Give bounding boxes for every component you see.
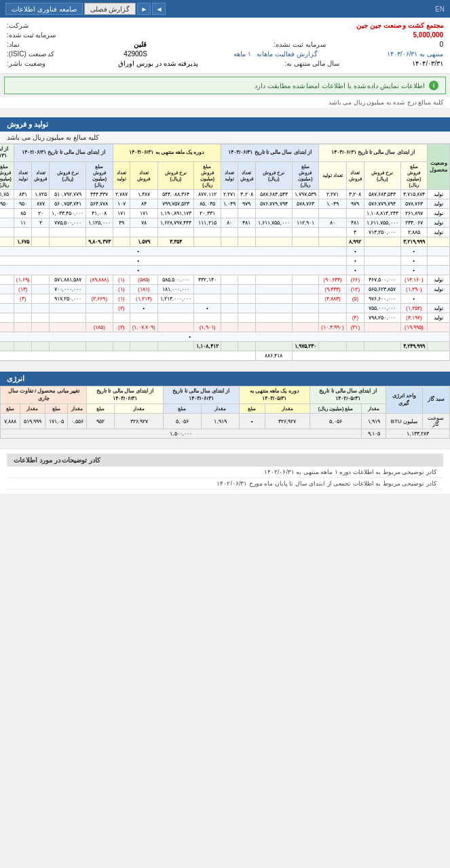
cell	[0, 323, 14, 332]
cell: تولید	[428, 304, 450, 313]
energy-empty: ۱,۵۰۰,۰۰۰	[1, 429, 362, 439]
cell: ۴	[346, 228, 364, 237]
energy-val8: ۹۵۲	[87, 414, 115, 429]
cell	[364, 237, 400, 247]
table-row: تولید ۳,۷۱۵,۸۷۴ ۵۸۷,۶۸۳,۵۴۳ ۳,۲۰۸ ۲,۲۷۱ …	[0, 190, 450, 199]
g4-mablagh: مبلغ فروش (میلیون ریال)	[292, 161, 318, 189]
cell	[194, 285, 221, 294]
cell	[194, 228, 221, 237]
cell: ۵۸۵,۵۰۰,۰۰۰	[157, 275, 194, 285]
energy-mablagh6: مبلغ	[1, 403, 20, 413]
energy-val11: ۵۱۹,۹۹۹	[20, 414, 45, 429]
cell: ۳,۲۱۹,۹۹۹	[400, 237, 427, 247]
cell: تولید	[428, 228, 450, 237]
cell	[238, 313, 255, 323]
cell	[0, 351, 255, 361]
total-row: ۴,۲۴۹,۹۹۹ ۱,۹۷۵,۲۳۰ ۱,۱۰۸,۴۱۲	[0, 342, 450, 351]
cell	[238, 323, 255, 332]
cell	[14, 304, 32, 313]
cell: ۱,۱۹۰,۸۹۱,۱۷۳	[157, 209, 194, 218]
cell: ۱,۰۴۹	[221, 199, 238, 209]
table-row: •	[0, 332, 450, 342]
note-item-2: کادر توضیحی مربوط به اطلاعات تجمعی از اب…	[7, 478, 443, 490]
notes-section: کادر توضیحات در مورد اطلاعات کادر توضیحی…	[0, 450, 450, 494]
cell: ۱,۶۱۱,۷۵۵,۰۰۰	[255, 218, 292, 228]
cell	[32, 313, 50, 323]
note-text: کلیه مبالغ درج شده به میلیون ریال می باش…	[0, 97, 450, 108]
cell: تولید	[428, 190, 450, 199]
cell: (۴)	[14, 294, 32, 304]
energy-val2: ۵,۰۵۶	[310, 414, 362, 429]
registered-label: سرمایه ثبت شده:	[7, 31, 56, 39]
cell	[0, 228, 14, 237]
cell: ۸۳۱	[14, 190, 32, 199]
cell: (۱۰,۴,۹۹۰)	[319, 323, 347, 332]
cell: ۴۱,۰۰۸	[86, 209, 113, 218]
cell: ۴,۲۴۹,۹۹۹	[400, 342, 427, 351]
cell	[50, 313, 86, 323]
cell	[292, 285, 318, 294]
cell	[292, 294, 318, 304]
home-button[interactable]: صامعه فناوری اطلاعات	[5, 3, 83, 15]
cell	[238, 237, 255, 247]
cell: (۱۸۱)	[130, 285, 157, 294]
cell: ۸۴	[130, 199, 157, 209]
cell: ۴۸۱	[238, 218, 255, 228]
cell	[50, 237, 86, 247]
energy-unit-cell: میلیون BTU	[386, 414, 422, 429]
energy-miqdar6: مقدار	[20, 403, 45, 413]
table-row: تولید ۲۶۱,۸۹۷ ۱,۱۰۸,۸۱۳,۲۴۴ ۲۰,۳۳۱ ۱,۱۹۰…	[0, 209, 450, 218]
group2-header: از ابتدای سال مالی تا تاریخ ۱۴۰۲/۰۶/۳۱	[14, 144, 113, 162]
energy-miqdar2: مقدار	[265, 403, 310, 413]
cell	[221, 294, 238, 304]
cell	[113, 228, 130, 237]
energy-table-container: سبد گاز واحد انرژی گیری از ابتدای سال ما…	[0, 386, 450, 439]
cell	[238, 304, 255, 313]
production-table-container: وضعیتمحصول از ابتدای سال مالی تا تاریخ ۱…	[0, 144, 450, 361]
cell: ۱,۹۷۵,۲۳۰	[292, 342, 318, 351]
cell: ۷۸	[130, 218, 157, 228]
cell: •	[346, 247, 364, 256]
cell: تولید	[428, 285, 450, 294]
cell	[86, 342, 113, 351]
table-row: • • •	[0, 256, 450, 266]
cell: •	[400, 266, 427, 275]
cell: ۵۶۴,۷۷۸	[86, 199, 113, 209]
language-selector[interactable]: EN	[435, 5, 445, 13]
production-table: وضعیتمحصول از ابتدای سال مالی تا تاریخ ۱…	[0, 144, 450, 361]
production-title: تولید و فروش	[0, 117, 450, 132]
cell: (۱,۲۱۴)	[130, 294, 157, 304]
cell: ۸۷۷,۱۱۲	[194, 190, 221, 199]
cell	[364, 342, 400, 351]
cell	[319, 313, 347, 323]
cell	[255, 285, 292, 294]
energy-val12: ۷,۸۸۸	[1, 414, 20, 429]
cell: ۱,۷۵	[0, 190, 14, 199]
energy-mablagh4: مبلغ	[87, 403, 115, 413]
status-row: ۱۴۰۴/۰۳/۳۱ سال مالی منتهی به: پذیرفته شد…	[7, 60, 443, 67]
cell: ۲,۷۸۷	[113, 190, 130, 199]
cell: •	[346, 266, 364, 275]
cell: تولید	[428, 209, 450, 218]
nav-prev-button[interactable]: ◄	[152, 3, 166, 15]
g2-mablagh: مبلغ فروش (میلیون ریال)	[86, 161, 113, 189]
isic-value: 42900S	[124, 50, 147, 58]
cell	[221, 313, 238, 323]
energy-val1: ۱,۹۱۹	[362, 414, 386, 429]
cell	[346, 209, 364, 218]
energy-val: ۹,۱۰۵	[362, 429, 386, 439]
cell: ۸۵	[14, 209, 32, 218]
nav-next-button[interactable]: ►	[137, 3, 151, 15]
cell: ۵۸۷,۶۸۳,۵۴۳	[255, 190, 292, 199]
report-button[interactable]: گزارش فصلی	[84, 3, 136, 15]
cell	[221, 342, 238, 351]
g1-mablagh: مبلغ فروش (میلیون ریال)	[0, 161, 14, 189]
table-row: تولید (۱۴,۱۶۰) ۴۶۷,۵۰۰,۰۰۰ (۶۶) (۹۰,۶۳۴)…	[0, 275, 450, 285]
cell	[0, 218, 14, 228]
cell	[364, 247, 400, 256]
cell	[255, 275, 292, 285]
cell	[221, 228, 238, 237]
cell	[255, 209, 292, 218]
cell: ۱,۵۷۹	[130, 237, 157, 247]
cell: •	[0, 332, 450, 342]
